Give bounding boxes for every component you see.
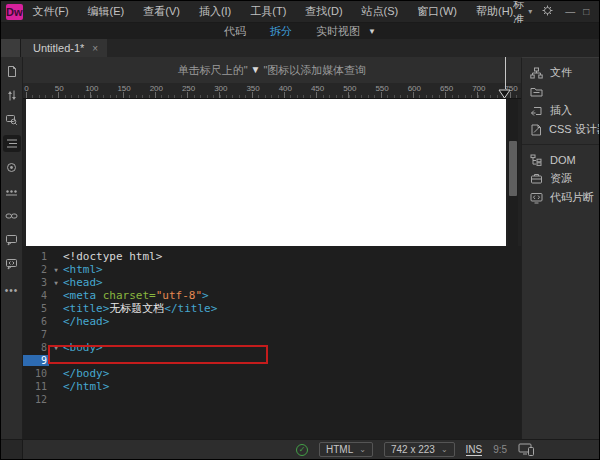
menu-item[interactable]: 插入(I) xyxy=(199,4,231,19)
maximize-button[interactable]: □ xyxy=(579,5,593,19)
tab-bar: Untitled-1* × xyxy=(1,39,599,57)
tab-live-view[interactable]: 实时视图 ▼ xyxy=(316,24,376,39)
chevron-down-icon: ⌄ xyxy=(359,445,366,454)
code-line[interactable]: 2▼<html> xyxy=(23,263,521,276)
panel-css-designer[interactable]: CSS 设计器 xyxy=(522,120,600,139)
line-number: 4 xyxy=(23,290,49,301)
doc-type-dropdown[interactable]: HTML ⌄ xyxy=(319,442,373,457)
menu-item[interactable]: 工具(T) xyxy=(250,4,286,19)
panel-insert[interactable]: 插入 xyxy=(522,101,600,120)
file-management-icon[interactable] xyxy=(3,87,21,104)
line-number: 6 xyxy=(23,316,49,327)
open-documents-icon[interactable] xyxy=(3,63,21,80)
line-number: 5 xyxy=(23,303,49,314)
device-preview-icon[interactable] xyxy=(518,443,535,456)
chevron-down-icon: ▼ xyxy=(368,27,376,36)
insert-icon xyxy=(530,105,543,117)
format-source-icon[interactable] xyxy=(3,135,21,152)
code-line[interactable]: 12 xyxy=(23,393,521,406)
panel-library[interactable] xyxy=(522,82,600,101)
close-button[interactable]: × xyxy=(595,5,600,19)
assets-icon xyxy=(530,173,543,184)
code-view[interactable]: 1<!doctype html>2▼<html>3▼<head>4<meta c… xyxy=(23,246,521,439)
document-tab[interactable]: Untitled-1* × xyxy=(21,39,107,57)
dreamweaver-logo: Dw xyxy=(6,4,23,20)
ruler-tick-label: 350 xyxy=(246,84,259,93)
horizontal-ruler[interactable]: 0501001502002503003504004505005506006507… xyxy=(23,83,521,99)
code-line[interactable]: 10</body> xyxy=(23,367,521,380)
code-line[interactable]: 11</html> xyxy=(23,380,521,393)
tab-split-view[interactable]: 拆分 xyxy=(270,24,292,39)
more-options-icon[interactable]: ••• xyxy=(5,285,19,296)
line-number: 9 xyxy=(23,355,49,366)
code-comment-icon[interactable] xyxy=(3,255,21,272)
code-line[interactable]: 6</head> xyxy=(23,315,521,328)
line-number: 8 xyxy=(23,342,49,353)
chevron-down-icon: ⌄ xyxy=(441,445,448,454)
panel-snippets[interactable]: 代码片断 xyxy=(522,188,600,207)
menu-item[interactable]: 查找(D) xyxy=(305,4,342,19)
code-line[interactable]: 1<!doctype html> xyxy=(23,250,521,263)
vertical-scrollbar[interactable] xyxy=(508,99,518,246)
code-text: <!doctype html> xyxy=(63,250,162,263)
menu-item[interactable]: 文件(F) xyxy=(33,4,69,19)
ruler-tick-label: 450 xyxy=(311,84,324,93)
find-in-files-icon[interactable] xyxy=(3,111,21,128)
ruler-tick-label: 300 xyxy=(214,84,227,93)
status-corner xyxy=(1,440,23,459)
code-text: <head> xyxy=(63,276,103,289)
dom-icon xyxy=(530,154,543,166)
code-text: <html> xyxy=(63,263,103,276)
menu-item[interactable]: 查看(V) xyxy=(143,4,180,19)
menu-item[interactable]: 窗口(W) xyxy=(417,4,457,19)
annotation-red-box xyxy=(48,345,268,364)
live-highlight-icon[interactable] xyxy=(3,159,21,176)
ruler-tick-label: 250 xyxy=(182,84,195,93)
code-lines: 1<!doctype html>2▼<html>3▼<head>4<meta c… xyxy=(23,250,521,406)
document-tab-title: Untitled-1* xyxy=(33,42,84,54)
fold-arrow-icon[interactable]: ▼ xyxy=(49,279,63,286)
ruler-tick-label: 650 xyxy=(440,84,453,93)
close-tab-icon[interactable]: × xyxy=(92,43,98,54)
menu-item[interactable]: 编辑(E) xyxy=(88,4,125,19)
code-text: </html> xyxy=(63,380,109,393)
inspect-mode-icon[interactable] xyxy=(3,183,21,200)
snippets-icon xyxy=(530,192,543,204)
menu-items: 文件(F)编辑(E)查看(V)插入(I)工具(T)查找(D)站点(S)窗口(W)… xyxy=(33,4,514,19)
panel-sidebar: 文件 插入 CSS 设计器 DOM 资源 xyxy=(521,57,600,439)
ruler-tick-label: 700 xyxy=(472,84,485,93)
ruler-tick-label: 150 xyxy=(117,84,130,93)
ruler-tick-label: 50 xyxy=(55,84,64,93)
code-text: </head> xyxy=(63,315,109,328)
window-size-dropdown[interactable]: 742 x 223 ⌄ xyxy=(384,442,455,457)
document-area: 单击标尺上的" ▼ "图标以添加媒体查询 0501001502002503003… xyxy=(23,57,521,439)
menu-item[interactable]: 站点(S) xyxy=(362,4,399,19)
code-line[interactable]: 3▼<head> xyxy=(23,276,521,289)
sync-settings-icon[interactable] xyxy=(541,4,554,19)
line-number: 12 xyxy=(23,394,49,405)
ruler-tick-label: 200 xyxy=(150,84,163,93)
comment-icon[interactable] xyxy=(3,231,21,248)
design-canvas[interactable] xyxy=(26,99,506,246)
ruler-tick-label: 400 xyxy=(279,84,292,93)
menu-item[interactable]: 帮助(H) xyxy=(476,4,513,19)
insert-mode-indicator[interactable]: INS xyxy=(466,444,483,456)
tab-code-view[interactable]: 代码 xyxy=(224,24,246,39)
panel-files[interactable]: 文件 xyxy=(522,63,600,82)
check-circle-icon: ✓ xyxy=(296,444,308,456)
code-line[interactable]: 7 xyxy=(23,328,521,341)
code-text: </body> xyxy=(63,367,109,380)
panel-assets[interactable]: 资源 xyxy=(522,169,600,188)
panel-dom[interactable]: DOM xyxy=(522,150,600,169)
files-icon xyxy=(530,67,543,79)
code-line[interactable]: 5<title>无标题文档</title> xyxy=(23,302,521,315)
scrollbar-thumb[interactable] xyxy=(509,141,517,196)
media-query-add-icon: ▼ xyxy=(251,65,261,75)
ruler-tick-label: 550 xyxy=(375,84,388,93)
fold-arrow-icon[interactable]: ▼ xyxy=(49,266,63,273)
link-icon[interactable] xyxy=(3,207,21,224)
line-number: 3 xyxy=(23,277,49,288)
line-number: 7 xyxy=(23,329,49,340)
minimize-button[interactable]: — xyxy=(563,5,577,19)
chevron-down-icon: ▾ xyxy=(528,7,532,16)
